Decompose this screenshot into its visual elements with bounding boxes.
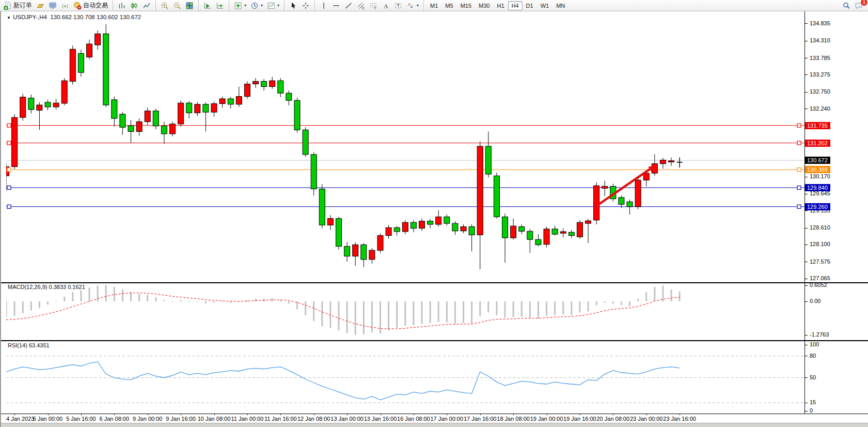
cursor-button[interactable] xyxy=(287,1,299,11)
signal-button[interactable] xyxy=(59,1,71,11)
periods-clock-button[interactable]: ▾ xyxy=(248,1,265,11)
time-label: 11 Jan 16:00 xyxy=(264,416,297,422)
hline-button[interactable] xyxy=(330,1,342,11)
gold-bars-button[interactable] xyxy=(34,1,46,11)
line-handle[interactable] xyxy=(7,205,11,208)
line-handle[interactable] xyxy=(7,124,11,127)
autoscroll-icon xyxy=(216,2,224,10)
candle-down xyxy=(261,81,267,86)
chevron-down-icon[interactable]: ▾ xyxy=(244,3,246,8)
candle-chart-button[interactable] xyxy=(128,1,140,11)
candle-up xyxy=(61,81,67,103)
time-axis[interactable]: 4 Jan 20235 Jan 00:005 Jan 16:006 Jan 08… xyxy=(6,414,804,423)
candle-down xyxy=(45,102,51,107)
time-tick xyxy=(414,414,414,415)
autotrade-icon xyxy=(73,2,82,10)
zoom-out-icon xyxy=(173,2,181,10)
axis-tick xyxy=(805,335,808,335)
time-label: 10 Jan 08:00 xyxy=(198,416,231,422)
bar-chart-icon xyxy=(118,2,126,10)
timeframe-d1-button[interactable]: D1 xyxy=(523,1,537,10)
macd-panel[interactable] xyxy=(6,283,804,340)
fibonacci-button[interactable]: F xyxy=(367,1,380,11)
time-tick xyxy=(247,414,248,415)
candle-up xyxy=(386,227,391,235)
search-button[interactable] xyxy=(840,1,853,11)
candle-up xyxy=(402,222,408,232)
chart-shift-button[interactable] xyxy=(201,1,214,11)
toolbar-group xyxy=(198,0,228,11)
template-button[interactable]: ▾ xyxy=(265,1,281,11)
time-tick xyxy=(613,414,613,415)
crosshair-button[interactable] xyxy=(299,1,312,11)
notifications-button[interactable]: 1 xyxy=(853,1,865,11)
candle-up xyxy=(178,103,184,124)
timeframe-h4-button[interactable]: H4 xyxy=(508,1,523,10)
text-label-button[interactable]: T xyxy=(392,1,404,11)
autotrade-button[interactable]: 自动交易 xyxy=(71,0,110,11)
line-handle[interactable] xyxy=(797,124,801,127)
symbol-title: USDJPY-,H4 xyxy=(13,14,47,20)
rsi-separator[interactable] xyxy=(1,340,868,341)
new-order-button[interactable]: 新订单 xyxy=(2,0,34,11)
bar-chart-button[interactable] xyxy=(116,1,128,11)
autoscroll-button[interactable] xyxy=(214,1,226,11)
time-label: 23 Jan 00:00 xyxy=(630,416,663,422)
chart-shift-icon xyxy=(203,2,212,10)
text-button[interactable]: A xyxy=(380,1,392,11)
time-label: 11 Jan 00:00 xyxy=(231,416,263,422)
candle-down xyxy=(203,104,209,112)
price-axis[interactable]: 134.835134.310133.785133.275132.750132.2… xyxy=(805,11,868,414)
time-label: 18 Jan 08:00 xyxy=(497,416,530,422)
timeframe-mn-button[interactable]: MN xyxy=(553,1,569,10)
chevron-down-icon[interactable]: ▾ xyxy=(277,3,279,8)
line-handle[interactable] xyxy=(7,168,11,172)
channel-button[interactable]: E xyxy=(355,1,367,11)
candle-down xyxy=(311,155,317,189)
timeframe-m30-button[interactable]: M30 xyxy=(475,1,493,10)
axis-tick xyxy=(805,194,808,194)
timeframe-h1-button[interactable]: H1 xyxy=(493,1,508,10)
line-handle[interactable] xyxy=(797,205,801,208)
price-tick-label: 134.310 xyxy=(810,37,830,43)
tile-windows-button[interactable] xyxy=(183,1,196,11)
line-handle[interactable] xyxy=(797,141,801,145)
candle-up xyxy=(195,104,200,113)
rsi-panel[interactable] xyxy=(6,342,804,414)
main-chart-panel[interactable] xyxy=(6,16,804,282)
axis-tick xyxy=(805,92,808,93)
line-handle[interactable] xyxy=(7,141,11,145)
candle-up xyxy=(560,232,566,233)
shapes-button[interactable]: ▾ xyxy=(404,1,421,11)
line-handle[interactable] xyxy=(797,186,801,189)
tile-windows-icon xyxy=(185,2,194,10)
add-indicator-icon xyxy=(234,2,242,10)
line-handle[interactable] xyxy=(7,186,11,189)
candle-up xyxy=(37,105,42,110)
time-tick xyxy=(646,414,647,415)
price-tick-label: 132.240 xyxy=(810,105,830,112)
add-indicator-button[interactable]: ▾ xyxy=(232,1,248,11)
symbol-collapse-icon[interactable]: ▼ xyxy=(7,16,11,20)
macd-separator[interactable] xyxy=(1,282,868,283)
axis-tick xyxy=(805,403,808,403)
vline-button[interactable] xyxy=(318,1,330,11)
chevron-down-icon[interactable]: ▾ xyxy=(261,3,263,8)
candle-down xyxy=(627,202,633,207)
candle-up xyxy=(669,161,674,162)
timeframe-m5-button[interactable]: M5 xyxy=(441,1,456,10)
terminal-button[interactable] xyxy=(46,1,59,11)
zoom-out-button[interactable] xyxy=(171,1,183,11)
line-chart-button[interactable] xyxy=(140,1,153,11)
time-tick xyxy=(680,414,680,415)
zoom-in-button[interactable] xyxy=(159,1,171,11)
timeframe-m15-button[interactable]: M15 xyxy=(457,1,475,10)
trendline-button[interactable] xyxy=(342,1,355,11)
candle-up xyxy=(270,81,275,86)
timeframe-m1-button[interactable]: M1 xyxy=(427,1,441,10)
chevron-down-icon[interactable]: ▾ xyxy=(417,3,419,8)
timeframe-w1-button[interactable]: W1 xyxy=(537,1,553,10)
axis-tick xyxy=(805,345,808,345)
time-label: 6 Jan 08:00 xyxy=(100,416,130,422)
line-handle[interactable] xyxy=(797,168,801,172)
